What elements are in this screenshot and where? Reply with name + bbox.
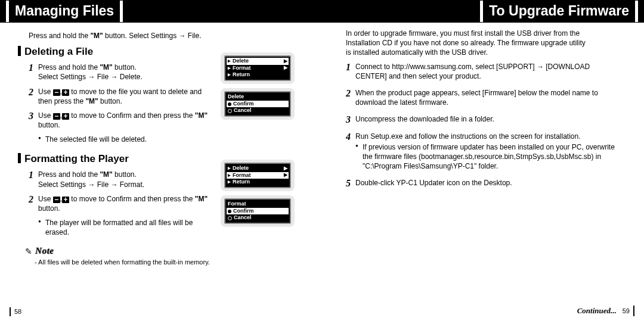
menu-item: Cancel: [234, 107, 252, 114]
step-number: 1: [29, 169, 33, 182]
menu-item: Delete: [233, 165, 249, 172]
text: Use: [38, 195, 53, 203]
del-step-2: 2 Use −,+ to move to the file you want t…: [29, 87, 210, 106]
text: In order to upgrade firmware, you must f…: [346, 29, 615, 38]
menu-item: Return: [233, 179, 250, 186]
heading-text: Formatting the Player: [24, 153, 129, 164]
minus-button-icon: −: [53, 197, 60, 203]
plus-button-icon: +: [62, 197, 69, 203]
step-number: 1: [346, 61, 351, 74]
radio-unselected-icon: [228, 216, 232, 220]
text: Run Setup.exe and follow the instruction…: [355, 132, 581, 141]
text: to move to Confirm and then press the: [69, 195, 195, 203]
fw-step-1: 1Connect to http://www.samsung.com, sele…: [346, 62, 615, 81]
title-upgrade-firmware: To Upgrade Firmware: [480, 1, 638, 21]
m-button-ref: "M": [90, 32, 103, 40]
text: Uncompress the downloaded file in a fold…: [355, 115, 494, 123]
text: button.: [38, 204, 60, 213]
del-bullet: The selected file will be deleted.: [38, 135, 210, 144]
plus-button-icon: +: [62, 89, 69, 96]
heading-deleting-file: Deleting a File: [18, 45, 210, 59]
text: When the product page appears, select [F…: [355, 89, 598, 107]
step-number: 2: [29, 193, 33, 206]
left-intro: Press and hold the "M" button. Select Se…: [29, 31, 210, 40]
note-body: - All files will be deleted when formatt…: [35, 258, 210, 267]
fmt-step-1: 1 Press and hold the "M" button. Select …: [29, 170, 210, 189]
text: to move to Confirm and then press the: [69, 111, 195, 120]
plus-button-icon: +: [62, 113, 69, 120]
menu-item: Delete: [233, 58, 249, 65]
text: is installed automatically with the USB …: [346, 48, 615, 57]
radio-selected-icon: [228, 210, 231, 213]
m-button-ref: "M": [195, 195, 208, 203]
step-number: 2: [346, 87, 351, 100]
page-number-right: Continued...59: [577, 306, 634, 316]
heading-formatting-player: Formatting the Player: [18, 152, 210, 166]
text: button. Select Settings → File.: [103, 32, 202, 40]
chevron-right-icon: ▶: [284, 166, 287, 172]
text: Connect to http://www.samsung.com, selec…: [355, 63, 590, 80]
text: Press and hold the: [38, 63, 100, 71]
device-screen-delete-menu: ▸Delete▶ ▸Format▶ ▸Return: [221, 52, 295, 84]
pencil-icon: ✎: [25, 247, 32, 256]
page-left: Press and hold the "M" button. Select Se…: [0, 29, 322, 267]
step-number: 5: [346, 177, 351, 190]
fw-step-3: 3Uncompress the downloaded file in a fol…: [346, 114, 615, 124]
menu-item: Cancel: [234, 214, 252, 222]
menu-item: Confirm: [233, 101, 254, 108]
text: Press and hold the: [29, 32, 90, 40]
device-screen-format-menu: ▸Delete▶ ▸Format▶ ▸Return: [221, 160, 295, 191]
title-managing-files: Managing Files: [6, 1, 123, 21]
fw-step-4: 4Run Setup.exe and follow the instructio…: [346, 132, 615, 172]
radio-selected-icon: [228, 102, 231, 106]
chevron-right-icon: ▶: [284, 172, 287, 178]
m-button-ref: "M": [85, 97, 98, 105]
text: button.: [98, 97, 122, 105]
menu-title: Delete: [228, 94, 244, 101]
fw-step-2: 2When the product page appears, select […: [346, 88, 615, 107]
text: button.: [113, 63, 137, 71]
page-number: 59: [623, 307, 630, 314]
fw-step-4-bullet: If previous version of firmware updater …: [355, 142, 615, 172]
m-button-ref: "M": [195, 111, 208, 120]
menu-item: Format: [233, 65, 251, 72]
continued-label: Continued...: [577, 306, 617, 315]
menu-title: Format: [228, 201, 246, 208]
step-number: 4: [346, 130, 351, 144]
minus-button-icon: −: [53, 113, 60, 120]
page-number-left: 58: [10, 307, 21, 316]
menu-item: Return: [233, 71, 250, 79]
note-block: ✎ Note - All files will be deleted when …: [25, 245, 210, 267]
text: Installation CD if you have not done so …: [346, 38, 615, 48]
text: Select Settings → File → Delete.: [38, 73, 143, 81]
step-number: 1: [29, 61, 33, 74]
text: Use: [38, 88, 53, 96]
step-number: 2: [29, 86, 33, 99]
heading-text: Deleting a File: [24, 46, 93, 57]
menu-item: Format: [233, 172, 251, 179]
heading-bar-icon: [18, 153, 21, 163]
m-button-ref: "M": [100, 170, 112, 179]
device-screen-format-confirm: Format Confirm Cancel: [221, 195, 295, 227]
text: button.: [113, 170, 137, 179]
text: Select Settings → File → Format.: [38, 180, 144, 189]
text: Double-click YP-C1 Updater icon on the D…: [355, 179, 512, 187]
page-right: In order to upgrade firmware, you must f…: [322, 29, 644, 267]
note-label: Note: [35, 246, 54, 255]
device-screen-delete-confirm: Delete Confirm Cancel: [221, 88, 295, 120]
fw-step-5: 5Double-click YP-C1 Updater icon on the …: [346, 178, 615, 188]
del-step-1: 1 Press and hold the "M" button. Select …: [29, 63, 210, 82]
minus-button-icon: −: [53, 89, 60, 96]
fmt-step-2: 2 Use −,+ to move to Confirm and then pr…: [29, 194, 210, 213]
del-step-3: 3 Use −,+ to move to Confirm and then pr…: [29, 111, 210, 130]
fmt-bullet: The player will be formatted and all fil…: [38, 218, 210, 237]
chevron-right-icon: ▶: [284, 58, 287, 64]
text: Press and hold the: [38, 170, 100, 179]
radio-unselected-icon: [228, 109, 232, 113]
right-intro: In order to upgrade firmware, you must f…: [346, 29, 615, 58]
text: button.: [38, 121, 60, 129]
step-number: 3: [29, 110, 33, 123]
heading-bar-icon: [18, 46, 21, 56]
chevron-right-icon: ▶: [284, 65, 287, 71]
page-header: Managing Files To Upgrade Firmware: [0, 0, 644, 23]
